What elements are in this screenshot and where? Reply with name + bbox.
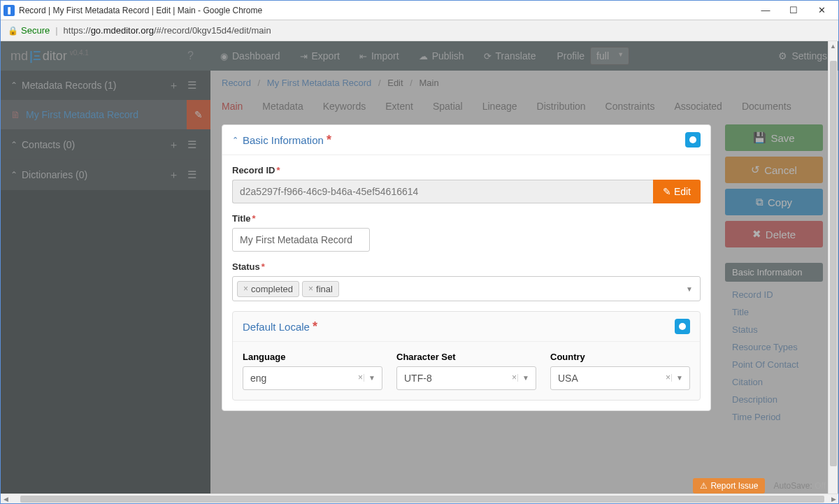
nav-translate[interactable]: ⟳Translate: [474, 50, 546, 62]
chevron-down-icon[interactable]: ▼: [686, 285, 693, 293]
list-records-button[interactable]: ☰: [182, 79, 201, 92]
section-nav-item[interactable]: Record ID: [725, 286, 823, 303]
tab-distribution[interactable]: Distribution: [537, 95, 586, 117]
report-issue-button[interactable]: ⚠Report Issue: [693, 478, 765, 494]
required-icon: *: [327, 133, 331, 147]
main-content: Record / My First Metadata Record / Edit…: [210, 71, 838, 503]
panel-help-button[interactable]: [685, 132, 701, 147]
lock-icon: 🔒: [8, 26, 18, 36]
translate-icon: ⟳: [484, 51, 492, 62]
subpanel-help-button[interactable]: [675, 319, 690, 334]
add-contact-button[interactable]: ＋: [164, 138, 182, 152]
tab-keywords[interactable]: Keywords: [323, 95, 366, 117]
edit-record-button[interactable]: ✎: [187, 100, 210, 129]
tab-extent[interactable]: Extent: [385, 95, 413, 117]
sidebar-dictionaries-header[interactable]: ⌃ Dictionaries (0) ＋ ☰: [1, 160, 210, 189]
breadcrumb-name[interactable]: My First Metadata Record: [267, 78, 372, 88]
chevron-down-icon[interactable]: ▼: [364, 374, 375, 382]
remove-tag-button[interactable]: ×: [243, 284, 248, 294]
copy-button[interactable]: ⧉Copy: [725, 189, 823, 215]
copy-icon: ⧉: [756, 196, 763, 208]
label-country: Country: [550, 352, 690, 362]
section-nav-item[interactable]: Citation: [725, 373, 823, 391]
input-record-id: [232, 180, 653, 203]
tab-documents[interactable]: Documents: [742, 95, 791, 117]
nav-publish[interactable]: ☁Publish: [409, 50, 474, 62]
tab-lineage[interactable]: Lineage: [482, 95, 517, 117]
alert-icon: ⚠: [700, 481, 708, 491]
pencil-icon: ✎: [194, 109, 203, 120]
profile-select[interactable]: full: [590, 47, 629, 65]
save-button[interactable]: 💾Save: [725, 124, 823, 151]
nav-export[interactable]: ⇥Export: [290, 50, 350, 62]
edit-record-id-button[interactable]: ✎Edit: [653, 180, 701, 203]
window-title: Record | My First Metadata Record | Edit…: [19, 6, 752, 15]
remove-tag-button[interactable]: ×: [308, 284, 313, 294]
chevron-down-icon[interactable]: ▼: [517, 374, 529, 382]
brand-logo[interactable]: md|Ξditorv0.4.1: [10, 49, 89, 64]
input-status[interactable]: ×completed ×final ▼: [232, 276, 701, 301]
input-title[interactable]: [232, 228, 370, 252]
section-nav-item[interactable]: Title: [725, 303, 823, 321]
tab-spatial[interactable]: Spatial: [433, 95, 463, 117]
panel-default-locale: Default Locale * Language: [232, 311, 701, 401]
url[interactable]: https://go.mdeditor.org/#/record/0kgv15d…: [64, 25, 271, 36]
section-nav-item[interactable]: Point Of Contact: [725, 356, 823, 373]
clear-button[interactable]: ×: [358, 373, 363, 382]
chevron-up-icon: ⌃: [10, 140, 17, 150]
scroll-up-icon[interactable]: ▲: [830, 41, 836, 51]
sidebar-records-header[interactable]: ⌃ Metadata Records (1) ＋ ☰: [1, 71, 210, 100]
maximize-button[interactable]: ☐: [780, 3, 808, 17]
sidebar: ⌃ Metadata Records (1) ＋ ☰ 🗎 My First Me…: [1, 71, 210, 503]
favicon-icon: ❚: [3, 5, 15, 16]
tab-associated[interactable]: Associated: [674, 95, 722, 117]
dashboard-icon: ◉: [220, 51, 228, 62]
scroll-thumb[interactable]: [20, 496, 824, 503]
sidebar-contacts-header[interactable]: ⌃ Contacts (0) ＋ ☰: [1, 130, 210, 159]
undo-icon: ↺: [751, 164, 760, 176]
required-icon: *: [313, 319, 317, 334]
list-dictionaries-button[interactable]: ☰: [182, 168, 201, 181]
secure-indicator: 🔒 Secure: [8, 25, 50, 36]
label-charset: Character Set: [396, 352, 536, 362]
export-icon: ⇥: [300, 51, 308, 62]
clear-button[interactable]: ×: [666, 373, 671, 382]
minimize-button[interactable]: —: [752, 3, 780, 17]
add-dictionary-button[interactable]: ＋: [164, 168, 182, 182]
cancel-button[interactable]: ↺Cancel: [725, 157, 823, 183]
pencil-icon: ✎: [663, 186, 671, 197]
section-nav-item[interactable]: Time Period: [725, 408, 823, 426]
tab-main[interactable]: Main: [222, 95, 243, 117]
scroll-left-icon[interactable]: ◀: [1, 496, 10, 503]
scroll-right-icon[interactable]: ▶: [829, 496, 838, 503]
panel-title[interactable]: ⌃ Basic Information: [232, 134, 324, 146]
chevron-down-icon[interactable]: ▼: [671, 374, 683, 382]
nav-dashboard[interactable]: ◉Dashboard: [210, 50, 290, 62]
delete-button[interactable]: ✖Delete: [725, 221, 823, 247]
breadcrumb-record[interactable]: Record: [222, 78, 251, 88]
subpanel-title: Default Locale: [243, 321, 310, 333]
help-icon[interactable]: ?: [187, 50, 194, 62]
nav-import[interactable]: ⇤Import: [350, 50, 409, 62]
brand-icon: |Ξ: [29, 49, 41, 63]
tab-metadata[interactable]: Metadata: [262, 95, 303, 117]
sidebar-record-item[interactable]: 🗎 My First Metadata Record ✎: [1, 100, 210, 129]
section-nav-item[interactable]: Status: [725, 321, 823, 338]
window-titlebar: ❚ Record | My First Metadata Record | Ed…: [1, 1, 838, 20]
section-nav-item[interactable]: Resource Types: [725, 338, 823, 356]
status-tag: ×completed: [237, 281, 299, 297]
section-nav-head[interactable]: Basic Information: [725, 263, 823, 282]
vertical-scrollbar[interactable]: ▲: [828, 41, 838, 494]
clear-button[interactable]: ×: [512, 373, 517, 382]
profile-label: Profile: [557, 50, 585, 62]
tab-constraints[interactable]: Constraints: [605, 95, 655, 117]
add-record-button[interactable]: ＋: [164, 79, 182, 92]
save-icon: 💾: [753, 131, 766, 144]
close-button[interactable]: ✕: [808, 3, 836, 17]
scroll-thumb[interactable]: [830, 61, 837, 466]
list-contacts-button[interactable]: ☰: [182, 138, 201, 151]
close-icon: ✖: [752, 228, 761, 240]
horizontal-scrollbar[interactable]: ◀ ▶: [1, 494, 838, 503]
section-nav-item[interactable]: Description: [725, 391, 823, 408]
label-title: Title*: [232, 213, 701, 224]
